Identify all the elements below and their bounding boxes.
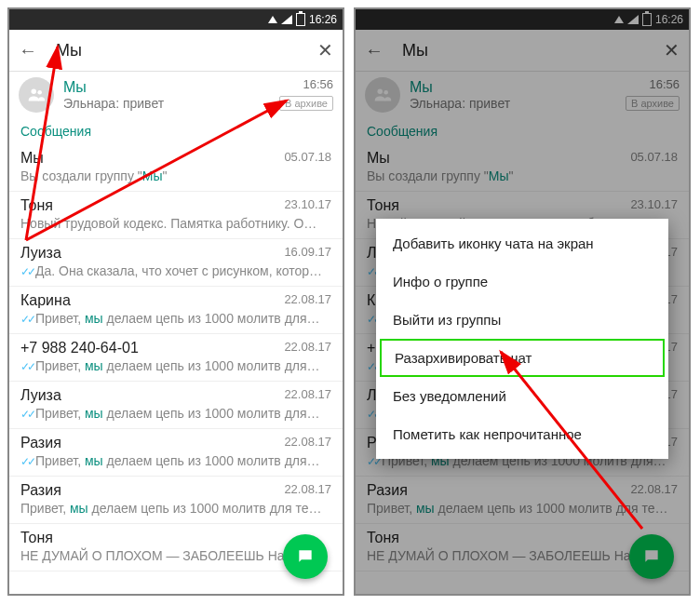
chat-preview: Новый трудовой кодекс. Памятка работнику… [20, 214, 331, 231]
read-ticks-icon: ✓✓ [20, 313, 34, 326]
chat-row[interactable]: Луиза16.09.17✓✓Да. Она сказала, что хоче… [9, 239, 343, 287]
menu-item[interactable]: Без уведомлений [376, 377, 668, 415]
chat-row[interactable]: Разия22.08.17Привет, мы делаем цепь из 1… [9, 477, 343, 524]
stage: 16:26 ← Мы ✕ Мы Эльнара: привет 16:56 В … [0, 0, 700, 605]
section-header: Сообщения [9, 116, 343, 144]
group-avatar-icon [19, 77, 54, 113]
search-bar[interactable]: ← Мы ✕ [9, 30, 343, 72]
svg-point-1 [37, 90, 42, 95]
menu-item[interactable]: Разархивировать чат [380, 339, 665, 377]
back-arrow-icon[interactable]: ← [19, 41, 37, 60]
chat-preview: ✓✓Привет, мы делаем цепь из 1000 молитв … [20, 309, 331, 326]
context-menu: Добавить иконку чата на экранИнфо о груп… [376, 219, 668, 459]
menu-item[interactable]: Инфо о группе [376, 262, 668, 301]
phone-left: 16:26 ← Мы ✕ Мы Эльнара: привет 16:56 В … [7, 7, 344, 596]
svg-point-0 [32, 89, 37, 95]
chat-date: 22.08.17 [284, 340, 331, 354]
chat-preview: ✓✓Да. Она сказала, что хочет с рисунком,… [20, 262, 331, 278]
pinned-name: Мы [63, 79, 333, 96]
chat-date: 22.08.17 [284, 435, 331, 449]
menu-item[interactable]: Выйти из группы [376, 301, 668, 339]
status-time: 16:26 [309, 13, 337, 26]
chat-date: 23.10.17 [284, 197, 331, 211]
status-bar: 16:26 [9, 9, 343, 30]
battery-icon [296, 13, 305, 26]
chat-row[interactable]: Луиза22.08.17✓✓Привет, мы делаем цепь из… [9, 382, 343, 429]
chat-row[interactable]: Разия22.08.17✓✓Привет, мы делаем цепь из… [9, 429, 343, 477]
menu-item[interactable]: Добавить иконку чата на экран [376, 224, 668, 262]
signal-icon [281, 15, 292, 24]
chat-date: 22.08.17 [284, 292, 331, 306]
chat-row[interactable]: Мы05.07.18Вы создали группу "Мы" [9, 144, 343, 192]
read-ticks-icon: ✓✓ [20, 360, 34, 373]
network-icon [268, 16, 277, 23]
chat-preview: ✓✓Привет, мы делаем цепь из 1000 молитв … [20, 356, 331, 373]
new-chat-fab[interactable] [283, 534, 328, 579]
chat-date: 22.08.17 [284, 482, 331, 496]
archive-badge: В архиве [279, 96, 333, 111]
chat-date: 05.07.18 [284, 150, 331, 164]
clear-icon[interactable]: ✕ [317, 39, 333, 61]
phone-right: 16:26 ← Мы ✕ Мы Эльнара: привет 16:56 В … [354, 7, 691, 596]
chat-list-left: Мы05.07.18Вы создали группу "Мы"Тоня23.1… [9, 144, 343, 571]
read-ticks-icon: ✓✓ [20, 408, 34, 421]
read-ticks-icon: ✓✓ [20, 265, 34, 278]
chat-row[interactable]: Карина22.08.17✓✓Привет, мы делаем цепь и… [9, 287, 343, 334]
chat-date: 22.08.17 [284, 387, 331, 401]
chat-name: Тоня [20, 530, 331, 546]
chat-row[interactable]: Тоня23.10.17Новый трудовой кодекс. Памят… [9, 192, 343, 239]
chat-preview: ✓✓Привет, мы делаем цепь из 1000 молитв … [20, 404, 331, 421]
chat-preview: Вы создали группу "Мы" [20, 167, 331, 183]
chat-icon [296, 547, 315, 566]
chat-preview: ✓✓Привет, мы делаем цепь из 1000 молитв … [20, 451, 331, 468]
read-ticks-icon: ✓✓ [20, 455, 34, 468]
chat-date: 16.09.17 [284, 245, 331, 259]
pinned-time: 16:56 [303, 77, 333, 91]
menu-item[interactable]: Пометить как непрочитанное [376, 415, 668, 453]
pinned-chat[interactable]: Мы Эльнара: привет 16:56 В архиве [9, 72, 343, 116]
search-input[interactable]: Мы [56, 41, 317, 60]
chat-row[interactable]: +7 988 240-64-0122.08.17✓✓Привет, мы дел… [9, 334, 343, 382]
chat-preview: Привет, мы делаем цепь из 1000 молитв дл… [20, 499, 331, 516]
